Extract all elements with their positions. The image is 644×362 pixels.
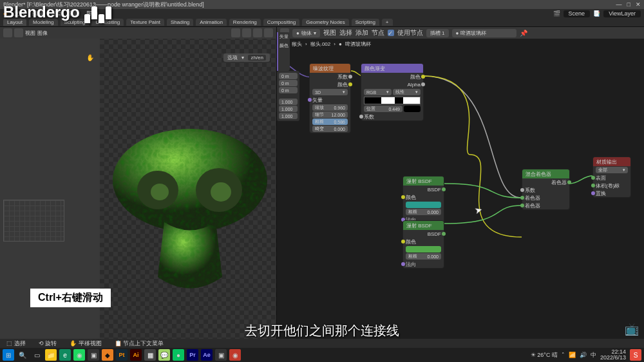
diffuse1-color-swatch[interactable]	[406, 202, 441, 208]
options-dropdown[interactable]: 选项▾ zh/en	[223, 53, 270, 62]
viewlayer-icon: 📑	[593, 10, 600, 17]
svg-point-4	[151, 184, 169, 200]
tab-texture[interactable]: Texture Paint	[126, 19, 164, 26]
app-icon-3[interactable]: ▣	[215, 349, 227, 361]
viewlayer-input[interactable]: ViewLayer	[603, 10, 641, 17]
tab-compositing[interactable]: Compositing	[263, 19, 299, 26]
node-mix-shader[interactable]: 混合着色器 着色器 系数 着色器 着色器	[522, 169, 570, 210]
rendered-suzanne-preview	[109, 122, 270, 303]
node-editor-header: ● 物体 ▾ 视图 选择 添加 节点 ✓ 使用节点 插槽 1 ● 啤酒玻璃杯 📌	[277, 27, 644, 39]
taskview-icon[interactable]: ▭	[31, 349, 43, 361]
tab-add[interactable]: +	[382, 19, 393, 26]
img-menu-view[interactable]: 视图	[25, 30, 35, 37]
tray-network-icon[interactable]: 📶	[569, 352, 576, 358]
status-bar: ⬚ 选择 ⟲ 旋转 ✋ 平移视图 📋 节点上下文菜单	[0, 339, 644, 348]
object-mode-dropdown[interactable]: ● 物体 ▾	[292, 29, 320, 37]
hdr-btn-4[interactable]	[264, 28, 273, 37]
img-menu-image[interactable]: 图像	[37, 30, 48, 37]
mode-dropdown[interactable]	[14, 28, 23, 37]
image-editor-header: 视图 图像	[0, 27, 276, 39]
app-icon-1[interactable]: ▦	[144, 349, 156, 361]
hdr-btn-2[interactable]	[242, 28, 251, 37]
diffuse2-color-swatch[interactable]	[406, 246, 441, 252]
node-menu-node[interactable]: 节点	[372, 28, 384, 37]
tab-geonodes[interactable]: Geometry Nodes	[302, 19, 348, 26]
keyboard-hint-overlay: Ctrl+右键滑动	[30, 289, 111, 307]
node-noise-texture[interactable]: 噪波纹理 系数 颜色 3D▾ 矢量 缩放0.960 细节12.000 粗糙0.5…	[309, 63, 351, 133]
use-nodes-checkbox[interactable]: ✓	[388, 30, 394, 36]
node-breadcrumb: ▣猴头› 猴头.002› ●啤酒玻璃杯	[283, 41, 371, 48]
color-ramp-gradient[interactable]	[364, 97, 421, 104]
search-icon[interactable]: 🔍	[17, 349, 28, 361]
node-material-output[interactable]: 材质输出 全部▾ 表面 体积(卷)标 置换	[592, 157, 631, 198]
scene-icon: 🎬	[553, 10, 560, 17]
node-menu-view[interactable]: 视图	[323, 28, 336, 37]
clock-date[interactable]: 2022/6/13	[600, 355, 626, 361]
tab-scripting[interactable]: Scripting	[352, 19, 379, 26]
scene-name-input[interactable]: Scene	[564, 10, 591, 17]
svg-point-1	[113, 129, 267, 232]
tray-ime-icon[interactable]: 中	[591, 351, 596, 359]
weather-widget[interactable]: ☀ 26°C 晴	[531, 351, 558, 359]
node-menu-add[interactable]: 添加	[355, 28, 368, 37]
terminal-icon[interactable]: ▣	[88, 349, 99, 361]
minimize-button[interactable]: —	[616, 1, 622, 8]
tab-rendering[interactable]: Rendering	[229, 19, 261, 26]
hdr-btn-3[interactable]	[253, 28, 262, 37]
tab-animation[interactable]: Animation	[196, 19, 227, 26]
bilibili-tv-icon: 📺	[625, 322, 639, 336]
slot-dropdown[interactable]: 插槽 1	[426, 29, 449, 37]
node-color-ramp[interactable]: 颜色渐变 颜色 Alpha RGB▾ 线性▾ 位置0.449 系数	[361, 63, 424, 121]
node-diffuse-bsdf-1[interactable]: 漫射 BSDF BSDF 颜色 粗糙0.000 法向	[402, 176, 444, 224]
close-button[interactable]: ✕	[636, 1, 641, 8]
blender-icon-task[interactable]: ◆	[102, 349, 113, 361]
use-nodes-label: 使用节点	[397, 28, 423, 37]
tray-chevron-icon[interactable]: ˄	[562, 352, 565, 358]
pixel-grid	[3, 200, 64, 242]
tab-shading[interactable]: Shading	[167, 19, 193, 26]
collapsed-node-panel[interactable]: 矢量 颜色	[277, 32, 290, 71]
editor-type-icon[interactable]	[3, 28, 12, 37]
sogou-ime-icon[interactable]: S	[630, 349, 641, 361]
wechat-icon[interactable]: 💬	[158, 349, 170, 361]
pan-hand-icon[interactable]: ✋	[86, 54, 94, 62]
node-menu-select[interactable]: 选择	[339, 28, 352, 37]
node-diffuse-bsdf-2[interactable]: 漫射 BSDF BSDF 颜色 粗糙0.000 法向	[402, 220, 444, 269]
node-editor-panel: ● 物体 ▾ 视图 选择 添加 节点 ✓ 使用节点 插槽 1 ● 啤酒玻璃杯 📌…	[277, 27, 644, 348]
premiere-icon[interactable]: Pr	[187, 349, 198, 361]
chrome-icon[interactable]: ◉	[73, 349, 85, 361]
start-button[interactable]: ⊞	[3, 349, 14, 361]
side-stats-panel: 0 m 0 m 0 m 1.000 1.000 1.000	[277, 71, 299, 121]
explorer-icon[interactable]: 📁	[45, 349, 57, 361]
edge-icon[interactable]: e	[59, 349, 71, 361]
pin-icon[interactable]: 📌	[520, 30, 527, 37]
substance-icon[interactable]: Pt	[116, 349, 128, 361]
maximize-button[interactable]: □	[627, 1, 630, 8]
node-canvas[interactable]: ▣猴头› 猴头.002› ●啤酒玻璃杯 噪波纹理 系数 颜色 3D▾ 矢量 缩放…	[277, 39, 644, 348]
hdr-btn-1[interactable]	[231, 28, 240, 37]
windows-taskbar[interactable]: ⊞ 🔍 ▭ 📁 e ◉ ▣ ◆ Pt Ai ▦ 💬 ● Pr Ae ▣ ◉ ☀ …	[0, 348, 644, 362]
video-subtitle: 去切开他们之间那个连接线	[245, 322, 399, 339]
material-selector[interactable]: ● 啤酒玻璃杯	[452, 29, 516, 37]
app-icon-2[interactable]: ●	[173, 349, 184, 361]
app-icon-4[interactable]: ◉	[229, 349, 241, 361]
svg-point-5	[211, 182, 231, 202]
tray-sound-icon[interactable]: 🔊	[580, 352, 587, 358]
video-watermark: Blendergo	[3, 3, 112, 21]
aftereffects-icon[interactable]: Ae	[201, 349, 213, 361]
illustrator-icon[interactable]: Ai	[130, 349, 142, 361]
